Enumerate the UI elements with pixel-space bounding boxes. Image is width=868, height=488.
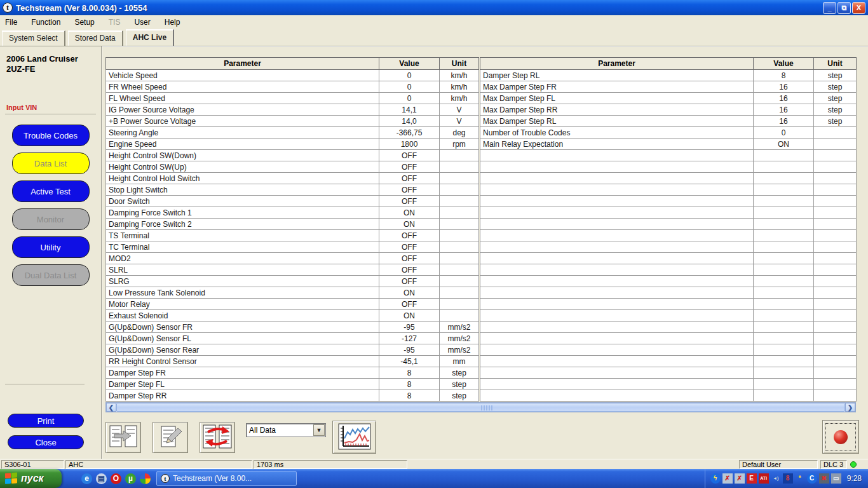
notes-icon[interactable]: ▤	[96, 473, 107, 484]
close-window-button[interactable]: X	[852, 2, 865, 14]
chrome-icon[interactable]	[140, 473, 151, 484]
restore-button[interactable]: ⧉	[837, 2, 851, 14]
table-row[interactable]: Vehicle Speed0km/h	[106, 70, 479, 81]
table-row[interactable]: Damping Force Switch 2ON	[106, 219, 479, 230]
taskbar-item-techstream[interactable]: t Techstream (Ver 8.00...	[156, 471, 297, 486]
table-row[interactable]: TS TerminalOFF	[106, 230, 479, 241]
table-row[interactable]: Door SwitchOFF	[106, 196, 479, 207]
punto-switcher-icon[interactable]: ϟ	[710, 473, 721, 484]
col-header-value[interactable]: Value	[754, 58, 814, 70]
col-header-parameter[interactable]: Parameter	[480, 58, 754, 70]
tab-bar: System SelectStored DataAHC Live	[0, 29, 868, 46]
param-cell: MOD2	[106, 253, 379, 264]
table-row[interactable]: Main Relay ExpectationON	[480, 139, 857, 150]
table-row[interactable]: Height Control SW(Down)OFF	[106, 150, 479, 161]
table-row[interactable]: FR Wheel Speed0km/h	[106, 81, 479, 93]
tab-stored-data[interactable]: Stored Data	[68, 30, 123, 46]
value-cell	[754, 379, 814, 390]
sidebar-button-active-test[interactable]: Active Test	[12, 180, 90, 202]
utorrent-icon[interactable]: µ	[125, 473, 136, 484]
table-row[interactable]: G(Up&Down) Sensor FR-95mm/s2	[106, 322, 479, 333]
table-row[interactable]: RR Height Control Sensor-45,1mm	[106, 356, 479, 367]
table-row[interactable]: Height Control SW(Up)OFF	[106, 161, 479, 173]
col-header-value[interactable]: Value	[379, 58, 440, 70]
start-button[interactable]: пуск	[0, 469, 62, 488]
table-row[interactable]: Max Damper Step RL16step	[480, 116, 857, 127]
tab-ahc-live[interactable]: AHC Live	[126, 29, 174, 46]
table-row[interactable]: Max Damper Step RR16step	[480, 104, 857, 116]
table-row[interactable]: Engine Speed1800rpm	[106, 139, 479, 150]
swap-display-button[interactable]	[200, 422, 235, 453]
table-row[interactable]: SLRGOFF	[106, 276, 479, 287]
unit-cell	[814, 150, 857, 161]
line-graph-button[interactable]	[332, 421, 376, 454]
table-row[interactable]: IG Power Source Voltage14,1V	[106, 104, 479, 116]
audio-device-offline-icon[interactable]: ✗	[735, 473, 745, 484]
table-row[interactable]: Motor RelayOFF	[106, 299, 479, 310]
scrollbar-thumb[interactable]	[116, 403, 845, 412]
sidebar-button-data-list[interactable]: Data List	[12, 152, 90, 174]
table-row[interactable]: Low Pressure Tank SolenoidON	[106, 287, 479, 299]
table-row[interactable]: Damper Step FR8step	[106, 367, 479, 379]
data-filter-dropdown[interactable]: All Data ▼	[246, 423, 326, 437]
menu-user[interactable]: User	[133, 17, 151, 28]
table-row[interactable]: Exhaust SolenoidON	[106, 310, 479, 322]
col-header-unit[interactable]: Unit	[440, 58, 479, 70]
table-row[interactable]: Damper Step RR8step	[106, 390, 479, 402]
c-app-icon[interactable]: C	[807, 473, 817, 484]
menu-function[interactable]: Function	[30, 17, 62, 28]
select-data-button[interactable]	[105, 422, 141, 453]
table-row[interactable]: SLRLOFF	[106, 264, 479, 276]
line-graph-icon	[337, 423, 372, 450]
minimize-button[interactable]: _	[823, 2, 836, 14]
print-button[interactable]: Print	[8, 414, 84, 428]
record-review-button[interactable]	[153, 422, 188, 453]
table-row[interactable]: Damper Step RL8step	[480, 70, 857, 81]
table-row[interactable]: G(Up&Down) Sensor FL-127mm/s2	[106, 333, 479, 344]
table-row[interactable]: Steering Angle-366,75deg	[106, 127, 479, 139]
volume-icon[interactable]: ◄)	[771, 473, 781, 484]
ati-icon[interactable]: ATI	[759, 473, 769, 484]
menu-setup[interactable]: Setup	[73, 17, 95, 28]
table-row[interactable]: Number of Trouble Codes0	[480, 127, 857, 139]
scroll-left-arrow-icon[interactable]: ❮	[106, 403, 116, 412]
unit-cell	[440, 150, 479, 161]
menu-file[interactable]: File	[4, 17, 18, 28]
layout-flower-icon[interactable]: *	[795, 473, 805, 484]
close-button[interactable]: Close	[8, 435, 84, 449]
table-row[interactable]: Max Damper Step FL16step	[480, 93, 857, 104]
chevron-down-icon[interactable]: ▼	[313, 424, 325, 436]
battery-app-icon[interactable]: 8	[783, 473, 793, 484]
tab-system-select[interactable]: System Select	[2, 30, 65, 46]
param-cell	[480, 322, 754, 333]
table-row[interactable]: MOD2OFF	[106, 253, 479, 264]
horizontal-scrollbar[interactable]: ❮ ❯	[105, 402, 856, 412]
col-header-parameter[interactable]: Parameter	[106, 58, 379, 70]
ie-icon[interactable]: e	[81, 473, 92, 484]
table-row[interactable]: +B Power Source Voltage14,0V	[106, 116, 479, 127]
value-cell: 16	[754, 116, 814, 127]
muted-icon[interactable]: ✖	[819, 473, 829, 484]
network-offline-icon[interactable]: ✗	[722, 473, 733, 484]
unit-cell	[814, 379, 857, 390]
table-row[interactable]: FL Wheel Speed0km/h	[106, 93, 479, 104]
opera-icon[interactable]: O	[111, 473, 121, 484]
col-header-unit[interactable]: Unit	[814, 58, 857, 70]
table-row[interactable]: G(Up&Down) Sensor Rear-95mm/s2	[106, 344, 479, 356]
table-row	[480, 207, 857, 219]
table-row[interactable]: Damping Force Switch 1ON	[106, 207, 479, 219]
table-row[interactable]: Max Damper Step FR16step	[480, 81, 857, 93]
table-row[interactable]: Height Control Hold SwitchOFF	[106, 173, 479, 184]
scroll-right-arrow-icon[interactable]: ❯	[845, 403, 855, 412]
e-app-icon[interactable]: E	[747, 473, 757, 484]
sidebar-button-trouble-codes[interactable]: Trouble Codes	[12, 125, 90, 146]
display-icon[interactable]: ▭	[831, 473, 841, 484]
record-button[interactable]	[822, 420, 859, 454]
sidebar-button-utility[interactable]: Utility	[12, 236, 90, 258]
title-bar[interactable]: t Techstream (Ver 8.00.034) - 10554 _ ⧉ …	[0, 0, 868, 15]
input-vin-link[interactable]: Input VIN	[6, 104, 101, 111]
table-row[interactable]: Damper Step FL8step	[106, 379, 479, 390]
table-row[interactable]: Stop Light SwitchOFF	[106, 184, 479, 196]
table-row[interactable]: TC TerminalOFF	[106, 241, 479, 253]
menu-help[interactable]: Help	[163, 17, 182, 28]
